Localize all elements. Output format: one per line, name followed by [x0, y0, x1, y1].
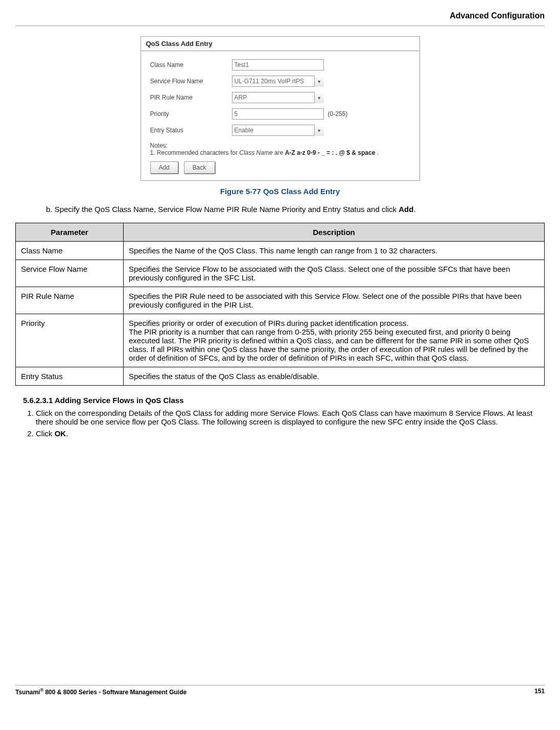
instruction-b: b. Specify the QoS Class Name, Service F… [46, 205, 540, 214]
table-header-description: Description [124, 223, 545, 242]
list-item: Click on the corresponding Details of th… [36, 409, 540, 426]
section-heading: 5.6.2.3.1 Adding Service Flows in QoS Cl… [23, 396, 545, 405]
priority-label: Priority [150, 110, 232, 117]
table-cell-desc: Specifies the PIR Rule need to be associ… [124, 287, 545, 314]
figure-caption: Figure 5-77 QoS Class Add Entry [15, 187, 545, 196]
header-divider [15, 26, 545, 26]
table-cell-param: PIR Rule Name [16, 287, 124, 314]
table-header-parameter: Parameter [16, 223, 124, 242]
entry-status-label: Entry Status [150, 127, 232, 134]
instruction-text: b. Specify the QoS Class Name, Service F… [46, 205, 399, 214]
table-cell-desc: Specifies the Service Flow to be associa… [124, 260, 545, 287]
table-row: Priority Specifies priority or order of … [16, 314, 545, 367]
list-item-text: Click [36, 429, 55, 438]
table-row: Service Flow Name Specifies the Service … [16, 260, 545, 287]
table-cell-param: Class Name [16, 242, 124, 260]
notes-line: 1. Recommended characters for Class Name… [150, 149, 413, 156]
notes-text: . [375, 149, 379, 156]
list-item-text: . [66, 429, 68, 438]
add-button[interactable]: Add [150, 161, 179, 174]
pir-rule-name-select[interactable] [232, 92, 324, 103]
service-flow-name-label: Service Flow Name [150, 78, 232, 85]
notes-text: are [273, 149, 285, 156]
notes-bold: A-Z a-z 0-9 - _ = : . @ $ & space [285, 149, 376, 156]
class-name-input[interactable] [232, 59, 324, 70]
table-row: PIR Rule Name Specifies the PIR Rule nee… [16, 287, 545, 314]
pir-rule-name-label: PIR Rule Name [150, 94, 232, 101]
instruction-bold: Add [399, 205, 413, 214]
footer-text: Tsunami [15, 689, 40, 696]
qos-add-entry-panel: QoS Class Add Entry Class Name Service F… [141, 36, 420, 181]
page-header-title: Advanced Configuration [15, 11, 545, 20]
footer-left: Tsunami® 800 & 8000 Series - Software Ma… [15, 688, 186, 696]
notes-text: 1. Recommended characters for [150, 149, 240, 156]
parameter-table: Parameter Description Class Name Specifi… [15, 223, 545, 386]
back-button[interactable]: Back [184, 161, 216, 174]
table-cell-param: Priority [16, 314, 124, 367]
page-number: 151 [534, 688, 545, 696]
service-flow-name-select[interactable] [232, 76, 324, 87]
notes-italic: Class Name [239, 149, 272, 156]
table-row: Entry Status Specifies the status of the… [16, 367, 545, 386]
notes-block: Notes: 1. Recommended characters for Cla… [150, 142, 413, 156]
table-cell-desc: Specifies the status of the QoS Class as… [124, 367, 545, 386]
notes-label: Notes: [150, 142, 413, 149]
list-item: Click OK. [36, 429, 540, 438]
table-cell-desc: Specifies priority or order of execution… [124, 314, 545, 367]
priority-input[interactable] [232, 108, 324, 120]
panel-title: QoS Class Add Entry [141, 37, 419, 51]
list-item-bold: OK [55, 429, 66, 438]
priority-hint: (0-255) [328, 110, 348, 117]
page-footer: Tsunami® 800 & 8000 Series - Software Ma… [15, 685, 545, 696]
table-row: Class Name Specifies the Name of the QoS… [16, 242, 545, 260]
footer-text: 800 & 8000 Series - Software Management … [43, 689, 186, 696]
instruction-text: . [413, 205, 415, 214]
table-cell-param: Entry Status [16, 367, 124, 386]
entry-status-select[interactable] [232, 125, 324, 136]
class-name-label: Class Name [150, 61, 232, 68]
numbered-list: Click on the corresponding Details of th… [36, 409, 540, 438]
table-cell-param: Service Flow Name [16, 260, 124, 287]
table-cell-desc: Specifies the Name of the QoS Class. Thi… [124, 242, 545, 260]
